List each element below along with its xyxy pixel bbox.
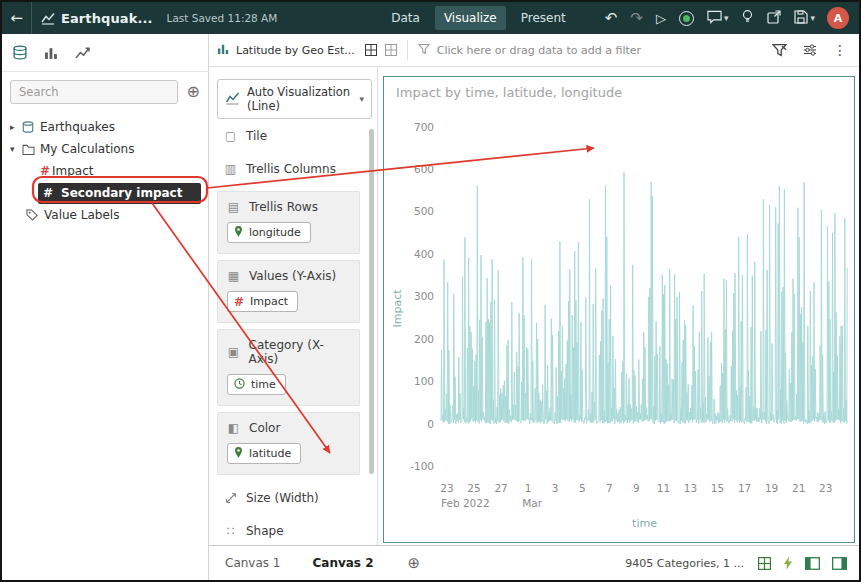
undo-icon[interactable]: ↶ — [605, 11, 618, 26]
tab-visualize[interactable]: Visualize — [435, 6, 506, 30]
tab-present[interactable]: Present — [512, 6, 575, 30]
back-arrow-icon: ← — [10, 9, 23, 27]
tab-data[interactable]: Data — [382, 6, 429, 30]
tree-item-value-labels[interactable]: Value Labels — [2, 204, 208, 226]
record-status-icon[interactable] — [679, 11, 694, 26]
drop-target-trellis-columns[interactable]: ▥ Trellis Columns — [217, 152, 360, 185]
grid-layout-icon[interactable] — [385, 44, 397, 56]
tile-icon: ▢ — [224, 129, 237, 143]
search-row: ⊕ — [2, 72, 208, 110]
grid-view-icon[interactable] — [758, 557, 771, 570]
svg-text:100: 100 — [414, 375, 434, 387]
drop-target-shape[interactable]: ∷ Shape — [217, 514, 360, 545]
svg-text:13: 13 — [684, 482, 697, 494]
grid-layout-icon-active[interactable] — [365, 44, 377, 56]
measure-hash-icon: # — [43, 186, 55, 200]
tree-label: Value Labels — [44, 208, 119, 222]
svg-text:300: 300 — [414, 290, 434, 302]
menu-kebab-icon[interactable]: ⋮ — [833, 43, 847, 57]
save-menu[interactable]: ▾ — [794, 9, 815, 28]
pill-label: Impact — [250, 295, 288, 308]
open-window-icon[interactable] — [767, 9, 781, 28]
lightning-icon[interactable] — [783, 556, 793, 570]
canvas-area: Impact by time, latitude, longitude Impa… — [377, 67, 859, 545]
back-button[interactable]: ← — [2, 2, 32, 34]
impact-line-chart[interactable]: Impact by time, latitude, longitude Impa… — [383, 76, 855, 543]
line-chart-icon — [225, 90, 240, 109]
data-cylinder-icon[interactable] — [12, 45, 28, 60]
pill-label: longitude — [249, 226, 301, 239]
tree-item-secondary-impact[interactable]: # Secondary impact — [2, 182, 208, 204]
add-canvas-icon[interactable]: ⊕ — [408, 554, 421, 572]
insights-bulb-icon[interactable] — [741, 9, 754, 28]
folder-icon — [22, 144, 40, 155]
add-data-icon[interactable]: ⊕ — [187, 84, 200, 100]
tree-item-my-calculations[interactable]: ▾ My Calculations — [2, 138, 208, 160]
viz-tab-chart-icon — [217, 42, 230, 58]
values-icon: ▦ — [227, 269, 240, 283]
svg-text:23: 23 — [819, 482, 832, 494]
properties-sliders-icon[interactable] — [803, 43, 817, 57]
drop-target-label: Category (X-Axis) — [249, 338, 350, 366]
last-saved-text: Last Saved 11:28 AM — [167, 12, 278, 24]
field-pill-time[interactable]: time — [227, 374, 286, 395]
tree-label: Impact — [52, 164, 94, 178]
caret-right-icon[interactable]: ▸ — [10, 122, 22, 132]
filter-bar[interactable]: Click here or drag data to add a filter — [408, 43, 772, 58]
comments-menu[interactable]: ▾ — [707, 9, 729, 28]
drop-target-size-width[interactable]: Size (Width) — [217, 481, 360, 514]
analytics-trend-icon[interactable] — [75, 45, 90, 60]
avatar[interactable]: A — [827, 7, 849, 29]
measure-hash-icon: # — [40, 164, 52, 178]
tree-item-earthquakes[interactable]: ▸ Earthquakes — [2, 116, 208, 138]
svg-text:Feb 2022: Feb 2022 — [441, 497, 490, 509]
auto-visualization-select[interactable]: Auto Visualization (Line) ▾ — [217, 79, 372, 119]
drop-target-trellis-rows[interactable]: ▤ Trellis Rows longitude — [217, 191, 360, 254]
redo-icon[interactable]: ↷ — [630, 11, 643, 26]
svg-text:11: 11 — [657, 482, 670, 494]
field-pill-longitude[interactable]: longitude — [227, 222, 311, 243]
tab-canvas-2[interactable]: Canvas 2 — [297, 546, 390, 580]
drop-target-label: Tile — [246, 129, 267, 143]
drop-target-label: Trellis Columns — [246, 162, 336, 176]
svg-text:0: 0 — [427, 418, 434, 430]
drop-target-color[interactable]: ◧ Color latitude — [217, 412, 360, 475]
filters-funnel-icon[interactable] — [772, 43, 787, 57]
trellis-rows-icon: ▤ — [227, 200, 240, 214]
svg-text:3: 3 — [552, 482, 559, 494]
save-floppy-icon — [794, 9, 808, 28]
drop-target-tile[interactable]: ▢ Tile — [217, 119, 360, 152]
field-pill-impact[interactable]: # Impact — [227, 291, 298, 312]
svg-text:9: 9 — [633, 482, 640, 494]
viz-tab-latitude-by-geo[interactable]: Latitude by Geo Est... — [209, 34, 365, 66]
grammar-scrollbar[interactable] — [369, 129, 374, 474]
top-bar: ← Earthquak... Last Saved 11:28 AM Data … — [2, 2, 859, 34]
tag-icon — [26, 209, 44, 221]
drop-target-values-y-axis[interactable]: ▦ Values (Y-Axis) # Impact — [217, 260, 360, 323]
caret-down-icon[interactable]: ▾ — [10, 144, 22, 154]
svg-text:200: 200 — [414, 333, 434, 345]
drop-target-label: Values (Y-Axis) — [249, 269, 336, 283]
panel-right-toggle-icon[interactable] — [832, 557, 847, 570]
panel-tab-icons — [2, 34, 208, 72]
clock-icon — [234, 378, 245, 392]
trellis-columns-icon: ▥ — [224, 162, 237, 176]
size-diagonal-icon — [224, 492, 237, 504]
panel-left-toggle-icon[interactable] — [805, 557, 820, 570]
field-pill-latitude[interactable]: latitude — [227, 443, 301, 464]
tree-item-impact[interactable]: # Impact — [2, 160, 208, 182]
viz-header: Latitude by Geo Est... Click here or dra… — [209, 34, 859, 67]
svg-text:700: 700 — [414, 121, 434, 133]
drop-target-category-x-axis[interactable]: ▣ Category (X-Axis) time — [217, 329, 360, 406]
auto-viz-label: Auto Visualization (Line) — [247, 85, 352, 114]
svg-text:Mar: Mar — [522, 497, 542, 509]
workbook-title: Earthquak... — [61, 11, 153, 26]
tab-canvas-1[interactable]: Canvas 1 — [209, 546, 297, 580]
app-window: ← Earthquak... Last Saved 11:28 AM Data … — [0, 0, 861, 582]
visualizations-bar-icon[interactable] — [44, 45, 59, 60]
filter-prompt: Click here or drag data to add a filter — [437, 44, 641, 57]
tree-label: Earthquakes — [40, 120, 115, 134]
preview-play-icon[interactable]: ▷ — [656, 12, 666, 25]
search-input[interactable] — [10, 80, 178, 104]
drop-target-label: Size (Width) — [246, 491, 319, 505]
